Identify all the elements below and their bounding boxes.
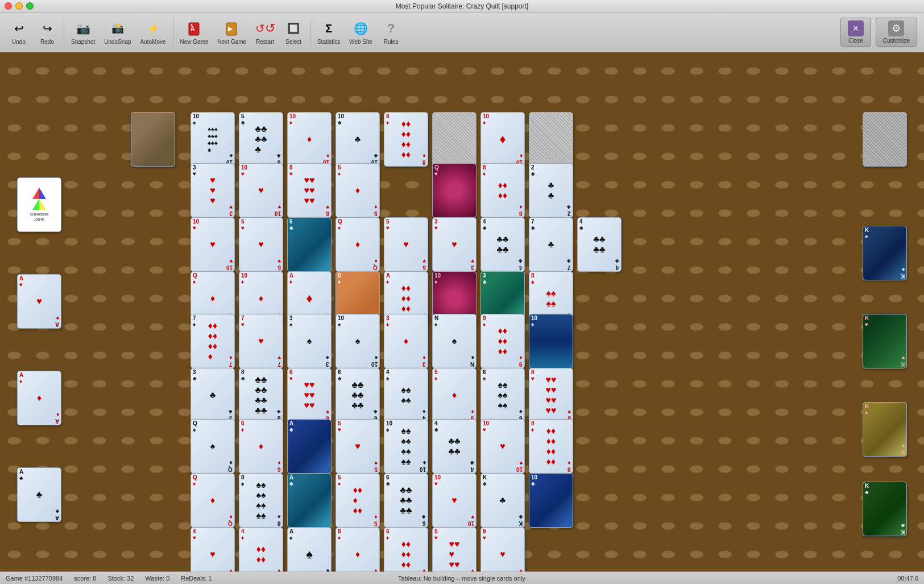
card-8h-bottom[interactable]: 6♦ ♦♦♦♦♦♦ 6♦ [384, 527, 428, 571]
toolbar: Undo Redo Snapshot 📸 UndoSnap ⚡ AutoMove… [0, 13, 924, 52]
card-back-r1b[interactable] [529, 112, 573, 167]
card-4d-r8[interactable]: Q♦ ♦ Q♦ [190, 473, 235, 528]
king-hearts-foundation[interactable]: K♥ K♥ [863, 314, 907, 368]
card-6s-r6[interactable]: 6♠ ♠♠♠♠♠♠ 6♠ [480, 368, 525, 423]
card-10s-r7[interactable]: 10♠ ♠♠♠♠♠♠♠♠ 10♠ [384, 419, 428, 474]
card-4s-r6[interactable]: 4♠ ♠♠♠♠ 4♠ [384, 368, 428, 423]
card-rd2-bottom[interactable]: 8♦ ♦ 8♦ [335, 527, 380, 571]
card-5d-r8[interactable]: 5♦ ♦♦♦♦♦ 5♦ [335, 473, 380, 528]
card-qs-r7[interactable]: Q♠ ♠ Q♠ [190, 419, 235, 474]
card-ns-r5[interactable]: N♠ ♠ N♠ [432, 314, 476, 368]
maximize-button[interactable] [26, 2, 34, 10]
card-3d-r5[interactable]: 3♦ ♦ 3♦ [384, 314, 428, 368]
card-6s-r8[interactable]: 6♣ ♣♣♣♣♣♣ 6♣ [384, 473, 428, 528]
card-8d-r7[interactable]: 8♦ ♦♦♦♦♦♦♦♦ 8♦ [529, 419, 573, 474]
card-10h-r7[interactable]: 10♥ ♥ 10♥ [480, 419, 525, 474]
card-reef-r8[interactable]: A♣ [287, 473, 332, 528]
customize-button[interactable]: ⚙ Customize [876, 18, 917, 47]
card-8s-r8[interactable]: 8♠ ♠♠♠♠♠♠♠♠ 8♠ [239, 473, 283, 528]
window-controls[interactable] [5, 2, 34, 10]
card-4c2-r3[interactable]: 4♣ ♣♣♣♣ 4♣ [577, 217, 621, 272]
card-placeholder-r1[interactable]: 10♦ ♦ 10♦ [287, 112, 332, 167]
card-qh-r3[interactable]: Q♦ ♦ Q♦ [335, 217, 380, 272]
card-5h-r7[interactable]: 5♥ ♥ 5♥ [335, 419, 380, 474]
card-back-r1[interactable] [432, 112, 476, 167]
card-6c-r6[interactable]: 6♣ ♣♣♣♣♣♣ 6♣ [335, 368, 380, 423]
card-7c-r3[interactable]: 7♣ ♣ 7♣ [529, 217, 573, 272]
select-label: Select [285, 39, 301, 45]
king-clubs-foundation[interactable]: K♣ K♣ [863, 482, 907, 536]
redo-button[interactable]: Redo [33, 17, 61, 47]
card-10c-r1[interactable]: 10♣ ♣ 10♣ [335, 112, 380, 167]
card-2c-r2[interactable]: 2♣ ♣♣ 2♣ [529, 163, 573, 218]
card-5h-r3[interactable]: 5♥ ♥ 5♥ [239, 217, 283, 272]
card-butterfly-r2[interactable]: Q♥ [432, 163, 476, 218]
rules-label: Rules [384, 39, 399, 45]
card-10h-r3[interactable]: 10♥ ♥ 10♥ [190, 217, 235, 272]
card-8d-r1[interactable]: 8♦ ♦♦♦♦♦♦♦♦ 8♦ [384, 112, 428, 167]
nextgame-button[interactable]: ▶ Next Game [213, 17, 251, 47]
select-button[interactable]: 🔲 Select [279, 17, 308, 47]
card-4d-bottom[interactable]: 4♦ ♦♦♦♦ 4♦ [239, 527, 283, 571]
king-spades-foundation[interactable]: K♠ K♠ [863, 226, 907, 280]
card-8h-r6[interactable]: 8♥ ♥♥♥♥♥♥♥♥ 8♥ [529, 368, 573, 423]
card-rd-r1[interactable]: 10♦ ♦ 10♦ [480, 112, 525, 167]
card-5h-bottom[interactable]: 5♥ ♥♥♥♥♥ 5♥ [432, 527, 476, 571]
card-6h-r8[interactable]: 10♥ ♥ 10♥ [432, 473, 476, 528]
card-10s-r1[interactable]: 10♠ ♠♠♠♠♠♠♠♠♠♠ 10♠ [190, 112, 235, 167]
card-5d-r2[interactable]: 5♦ ♦ 5♦ [335, 163, 380, 218]
card-8d-r2[interactable]: 8♥ ♥♥♥♥♥♥ 8♥ [287, 163, 332, 218]
close-button[interactable]: ✕ Close [840, 18, 871, 47]
card-3h-r3[interactable]: 3♥ ♥ 3♥ [432, 217, 476, 272]
card-9d-r5[interactable]: 9♦ ♦♦♦♦♦♦ 9♦ [480, 314, 525, 368]
statusbar: Game #1132770984 score: 8 Stock: 32 Wast… [0, 571, 924, 584]
card-5h2-r3[interactable]: 5♥ ♥ 5♥ [384, 217, 428, 272]
card-10h-r2[interactable]: 10♥ ♥ 10♥ [239, 163, 283, 218]
ace-hearts-foundation[interactable]: A♥ ♥ A♥ [17, 274, 61, 329]
card-5d-r6[interactable]: 5♦ ♦ 5♦ [432, 368, 476, 423]
restart-button[interactable]: ↺ Restart [251, 17, 279, 47]
game-area: Goodsol .com A♥ ♥ A♥ A♦ ♦ A♦ A♣ ♣ A♣ K♠ … [0, 52, 924, 571]
close-window-button[interactable] [5, 2, 12, 10]
card-ah-bottom[interactable]: 4♥ ♥ 4♥ [190, 527, 235, 571]
card-6h-r7[interactable]: 6♦ ♦ 6♦ [239, 419, 283, 474]
ace-diamonds-foundation[interactable]: A♦ ♦ A♦ [17, 371, 61, 425]
card-blue-fish-r7[interactable]: A♣ [287, 419, 332, 474]
undo-button[interactable]: Undo [5, 17, 33, 47]
card-5c-r1[interactable]: 5♣ ♣♣♣♣♣ 5♣ [239, 112, 283, 167]
card-4w-r7[interactable]: 4♣ ♣♣♣♣ 4♣ [432, 419, 476, 474]
newgame-button[interactable]: A ♠ New Game [176, 17, 213, 47]
ace-clubs-foundation[interactable]: A♣ ♣ A♣ [17, 467, 61, 522]
card-crab-r5[interactable]: 10♠ [529, 314, 573, 368]
undosnap-button[interactable]: 📸 UndoSnap [100, 17, 135, 47]
statistics-icon: Σ [320, 19, 338, 38]
card-7s-r5[interactable]: 7♦ ♦♦♦♦♦♦♦ 7♦ [190, 314, 235, 368]
website-label: Web Site [349, 39, 372, 45]
king-diamonds-foundation[interactable]: K♦ K♦ [863, 402, 907, 457]
card-3h-r2[interactable]: 3♥ ♥♥♥ 3♥ [190, 163, 235, 218]
timer: 00:47.6 [897, 575, 918, 582]
customize-label: Customize [883, 38, 910, 44]
card-fish-r3[interactable]: 6♣ [287, 217, 332, 272]
game-number: Game #1132770984 [6, 575, 63, 582]
card-shark-r8[interactable]: 10♣ [529, 473, 573, 528]
card-10s-r5[interactable]: 10♠ ♠ 10♠ [335, 314, 380, 368]
card-3s-r5[interactable]: 3♠ ♠ 3♠ [287, 314, 332, 368]
card-7d-r5[interactable]: 7♥ ♥ 7♥ [239, 314, 283, 368]
stock-pile[interactable] [863, 112, 907, 167]
statistics-button[interactable]: Σ Statistics [313, 17, 345, 47]
rules-button[interactable]: ? Rules [377, 17, 405, 47]
redeals: ReDeals: 1 [181, 575, 212, 582]
card-8d-r2b[interactable]: 8♦ ♦♦♦♦ 8♦ [480, 163, 525, 218]
card-6h-r6[interactable]: 6♥ ♥♥♥♥♥♥ 6♥ [287, 368, 332, 423]
card-3s-r6[interactable]: 3♣ ♣ 3♣ [190, 368, 235, 423]
minimize-button[interactable] [15, 2, 23, 10]
snapshot-button[interactable]: Snapshot [67, 17, 100, 47]
card-9h-bottom[interactable]: 9♥ ♥ 9♥ [480, 527, 525, 571]
website-button[interactable]: 🌐 Web Site [345, 17, 376, 47]
automove-button[interactable]: ⚡ AutoMove [136, 17, 171, 47]
card-4c-r3[interactable]: 4♣ ♣♣♣♣ 4♣ [480, 217, 525, 272]
card-as-bottom[interactable]: A♠ ♠ A♠ [287, 527, 332, 571]
card-ks-r8[interactable]: K♣ ♣ K♣ [480, 473, 525, 528]
card-8s-r6[interactable]: 8♣ ♣♣♣♣♣♣♣♣ 8♣ [239, 368, 283, 423]
